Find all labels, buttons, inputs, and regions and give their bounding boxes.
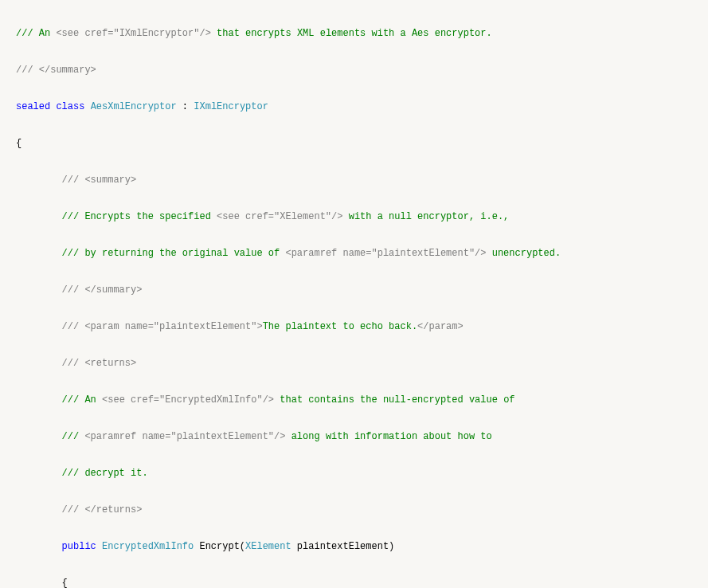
- code-line: /// Encrypts the specified <see cref="XE…: [16, 208, 708, 226]
- xml-tag: /// <summary>: [16, 174, 136, 186]
- type-name: IXmlEncryptor: [194, 101, 268, 112]
- code-block: /// An <see cref="IXmlEncryptor"/> that …: [16, 6, 708, 588]
- code-line: /// <param name="plaintextElement">The p…: [16, 318, 708, 336]
- xml-doc: ///: [16, 431, 84, 442]
- method: Encrypt(: [194, 541, 245, 552]
- xml-doc: /// decrypt it.: [16, 468, 148, 479]
- xml-doc: /// by returning the original value of: [16, 248, 285, 259]
- xml-doc: that encrypts XML elements with a Aes en…: [211, 28, 492, 39]
- sp: [96, 541, 102, 552]
- brace: {: [16, 578, 68, 588]
- code-line: sealed class AesXmlEncryptor : IXmlEncry…: [16, 98, 708, 116]
- type-name: EncryptedXmlInfo: [102, 541, 194, 552]
- code-line: public EncryptedXmlInfo Encrypt(XElement…: [16, 538, 708, 556]
- xml-doc: unencrypted.: [487, 248, 561, 259]
- xml-tag: /// </summary>: [16, 65, 96, 76]
- xml-tag: /// </returns>: [16, 504, 142, 515]
- type-name: XElement: [245, 541, 291, 552]
- code-line: /// <summary>: [16, 171, 708, 190]
- code-line: /// An <see cref="IXmlEncryptor"/> that …: [16, 25, 708, 43]
- xml-tag: <paramref name="plaintextElement"/>: [285, 248, 486, 259]
- code-line: /// </returns>: [16, 501, 708, 519]
- xml-doc: along with information about how to: [285, 431, 491, 442]
- xml-tag: <see cref="IXmlEncryptor"/>: [56, 28, 210, 39]
- xml-tag: /// <returns>: [16, 358, 136, 369]
- xml-doc: with a null encryptor, i.e.,: [342, 211, 509, 222]
- punct: :: [177, 101, 194, 112]
- xml-tag: <see cref="EncryptedXmlInfo"/>: [102, 394, 274, 406]
- code-line: /// <returns>: [16, 355, 708, 373]
- code-line: /// decrypt it.: [16, 465, 708, 483]
- brace: {: [16, 138, 22, 149]
- keyword: sealed: [16, 101, 50, 112]
- keyword: public: [62, 541, 96, 552]
- xml-doc: The plaintext to echo back.: [263, 321, 417, 332]
- type-name: AesXmlEncryptor: [91, 101, 177, 112]
- xml-tag: /// <param name="plaintextElement">: [16, 321, 263, 332]
- code-line: /// An <see cref="EncryptedXmlInfo"/> th…: [16, 391, 708, 410]
- xml-doc: that contains the null-encrypted value o…: [274, 394, 514, 406]
- xml-doc: /// An: [16, 28, 56, 39]
- xml-doc: /// An: [16, 394, 102, 406]
- code-line: /// </summary>: [16, 281, 708, 300]
- pad: [16, 541, 62, 552]
- code-line: /// <paramref name="plaintextElement"/> …: [16, 428, 708, 446]
- xml-tag: <see cref="XElement"/>: [217, 211, 342, 222]
- code-line: {: [16, 574, 708, 588]
- params: plaintextElement): [291, 541, 395, 552]
- keyword: class: [56, 101, 84, 112]
- xml-tag: /// </summary>: [16, 284, 142, 296]
- xml-tag: <paramref name="plaintextElement"/>: [84, 431, 285, 442]
- xml-tag: </param>: [417, 321, 464, 332]
- xml-doc: /// Encrypts the specified: [16, 211, 217, 222]
- code-line: /// </summary>: [16, 61, 708, 80]
- code-line: /// by returning the original value of <…: [16, 245, 708, 263]
- code-line: {: [16, 135, 708, 153]
